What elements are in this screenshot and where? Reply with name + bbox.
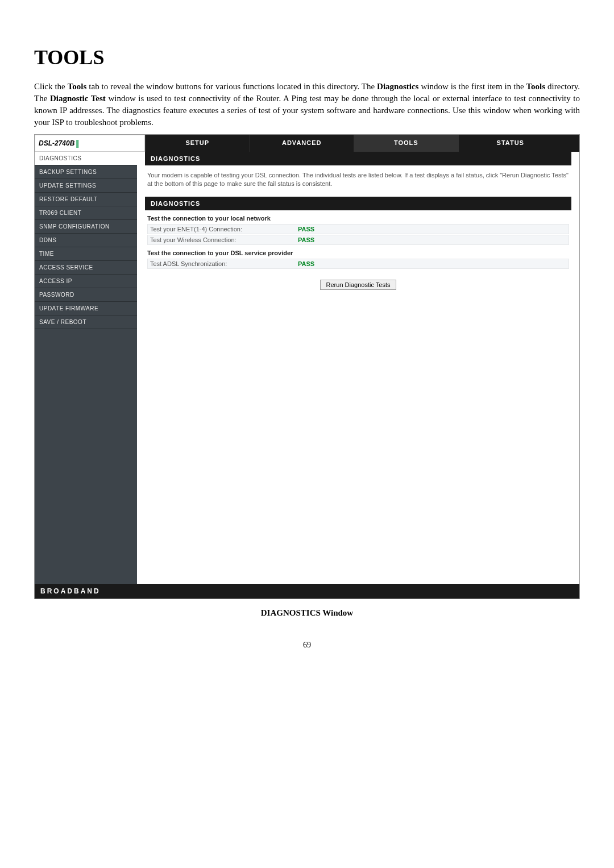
section-dsl-provider: Test the connection to your DSL service … bbox=[147, 250, 569, 256]
test-row-enet: Test your ENET(1-4) Connection: PASS bbox=[147, 224, 569, 234]
tab-advanced[interactable]: ADVANCED bbox=[250, 135, 354, 152]
sidebar-item-restore-default[interactable]: RESTORE DEFAULT bbox=[35, 193, 137, 206]
panel-header-diagnostics-top: DIAGNOSTICS bbox=[145, 152, 571, 165]
tab-tools[interactable]: TOOLS bbox=[354, 135, 458, 152]
router-header: DSL-2740B || SETUP ADVANCED TOOLS STATUS bbox=[35, 135, 579, 152]
test-label-enet: Test your ENET(1-4) Connection: bbox=[150, 226, 298, 232]
test-result-wireless: PASS bbox=[298, 236, 314, 243]
test-row-adsl-sync: Test ADSL Synchronization: PASS bbox=[147, 259, 569, 269]
sidebar-item-backup-settings[interactable]: BACKUP SETTINGS bbox=[35, 165, 137, 179]
sidebar-item-snmp-configuration[interactable]: SNMP CONFIGURATION bbox=[35, 220, 137, 234]
panel-description: Your modem is capable of testing your DS… bbox=[145, 165, 571, 197]
test-label-adsl-sync: Test ADSL Synchronization: bbox=[150, 260, 298, 267]
sidebar-item-access-ip[interactable]: ACCESS IP bbox=[35, 275, 137, 288]
rerun-diagnostic-tests-button[interactable]: Rerun Diagnostic Tests bbox=[320, 280, 397, 290]
sidebar-item-access-service[interactable]: ACCESS SERVICE bbox=[35, 261, 137, 275]
figure-caption: DIAGNOSTICS Window bbox=[34, 608, 580, 618]
tab-status[interactable]: STATUS bbox=[458, 135, 563, 152]
sidebar: DIAGNOSTICS BACKUP SETTINGS UPDATE SETTI… bbox=[35, 152, 137, 584]
test-label-wireless: Test your Wireless Connection: bbox=[150, 236, 298, 243]
sidebar-item-time[interactable]: TIME bbox=[35, 247, 137, 261]
panel-header-diagnostics-results: DIAGNOSTICS bbox=[145, 197, 571, 210]
sidebar-item-update-settings[interactable]: UPDATE SETTINGS bbox=[35, 179, 137, 193]
sidebar-item-update-firmware[interactable]: UPDATE FIRMWARE bbox=[35, 302, 137, 315]
intro-paragraph: Click the Tools tab to reveal the window… bbox=[34, 81, 580, 128]
page-number: 69 bbox=[34, 641, 580, 650]
sidebar-item-tr069-client[interactable]: TR069 CLIENT bbox=[35, 206, 137, 220]
product-name: DSL-2740B bbox=[39, 139, 74, 147]
router-body: DIAGNOSTICS BACKUP SETTINGS UPDATE SETTI… bbox=[35, 152, 579, 584]
test-row-wireless: Test your Wireless Connection: PASS bbox=[147, 235, 569, 245]
rerun-row: Rerun Diagnostic Tests bbox=[145, 279, 571, 290]
footer-broadband: BROADBAND bbox=[35, 584, 579, 599]
tab-setup[interactable]: SETUP bbox=[145, 135, 250, 152]
product-logo: DSL-2740B || bbox=[35, 135, 145, 152]
sidebar-item-password[interactable]: PASSWORD bbox=[35, 288, 137, 302]
top-nav: SETUP ADVANCED TOOLS STATUS bbox=[145, 135, 579, 152]
section-local-network: Test the connection to your local networ… bbox=[147, 215, 569, 222]
sidebar-item-save-reboot[interactable]: SAVE / REBOOT bbox=[35, 315, 137, 329]
test-result-adsl-sync: PASS bbox=[298, 260, 314, 267]
test-result-enet: PASS bbox=[298, 226, 314, 232]
page-title: TOOLS bbox=[34, 45, 580, 69]
sidebar-item-ddns[interactable]: DDNS bbox=[35, 234, 137, 247]
sidebar-item-diagnostics[interactable]: DIAGNOSTICS bbox=[35, 152, 137, 165]
logo-bars-icon: || bbox=[76, 139, 78, 148]
main-content: DIAGNOSTICS Your modem is capable of tes… bbox=[137, 152, 579, 584]
router-screenshot: DSL-2740B || SETUP ADVANCED TOOLS STATUS… bbox=[34, 134, 580, 599]
tab-spacer bbox=[562, 135, 579, 152]
